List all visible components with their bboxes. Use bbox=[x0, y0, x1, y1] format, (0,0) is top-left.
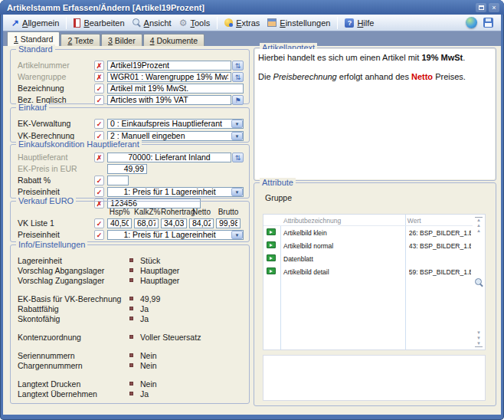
bezeichnung-label: Bezeichnung bbox=[18, 84, 94, 93]
globe-button[interactable] bbox=[466, 17, 477, 28]
hauptlieferant-input[interactable] bbox=[107, 153, 231, 162]
tab-bilder[interactable]: 3 Bilder bbox=[101, 34, 142, 46]
attribute-go-icon bbox=[267, 228, 276, 235]
chevron-down-icon[interactable]: ▼ bbox=[231, 188, 243, 196]
bullet-icon bbox=[129, 258, 133, 262]
col-kalkz: KalkZ% bbox=[134, 208, 159, 216]
attribute-detail-panel bbox=[263, 355, 486, 401]
chevron-down-icon[interactable]: ▼ bbox=[231, 120, 243, 128]
editable-check-icon[interactable]: ✓ bbox=[94, 176, 104, 185]
scroll-bottom-icon[interactable]: ▼ bbox=[475, 341, 483, 347]
ek-preis-input[interactable] bbox=[107, 164, 147, 174]
info-value: Ja bbox=[140, 304, 149, 313]
chevron-down-icon[interactable]: ▼ bbox=[231, 132, 243, 140]
warengruppe-lookup-button[interactable]: ⇅ bbox=[232, 72, 244, 82]
info-value: Nein bbox=[140, 351, 157, 360]
preiseinheit-label: Preiseinheit bbox=[18, 230, 94, 239]
editable-check-icon[interactable]: ✓ bbox=[94, 218, 104, 228]
hsp-input[interactable] bbox=[107, 218, 132, 228]
ek-verwaltung-select[interactable]: 0 : Einkaufspreis Hauptlieferant ▼ bbox=[107, 119, 244, 129]
scroll-up-icon[interactable]: ▲ bbox=[475, 223, 483, 228]
menu-ansicht[interactable]: Ansicht bbox=[129, 16, 175, 30]
bullet-icon bbox=[129, 317, 133, 320]
editable-check-icon[interactable]: ✓ bbox=[94, 187, 104, 197]
chevron-down-icon[interactable]: ▼ bbox=[231, 231, 243, 239]
table-row[interactable]: Artikelbild klein 26: BSP_BILDER_1.BMP bbox=[263, 226, 485, 239]
app-window: Artikelstamm Erfassen/Ändern [Artikel19P… bbox=[0, 0, 504, 420]
vk-liste-label: VK Liste 1 bbox=[18, 218, 94, 228]
editable-check-icon[interactable]: ✓ bbox=[94, 95, 104, 105]
menu-hilfe[interactable]: ? Hilfe bbox=[341, 16, 378, 30]
preiseinheit-select[interactable]: 1: Preis für 1 Lagereinheit ▼ bbox=[107, 187, 244, 197]
scroll-top-icon[interactable]: ▲ bbox=[475, 217, 483, 223]
bullet-icon bbox=[129, 307, 133, 310]
price-column-headers: Hsp% KalkZ% Rohertrag Netto Brutto bbox=[107, 208, 244, 216]
brutto-input[interactable] bbox=[216, 218, 241, 228]
restore-icon bbox=[479, 5, 484, 10]
scroll-down-icon[interactable]: ▼ bbox=[475, 330, 483, 336]
menu-separator bbox=[337, 17, 338, 29]
col-brutto: Brutto bbox=[216, 208, 241, 216]
menu-bearbeiten[interactable]: Bearbeiten bbox=[70, 16, 128, 30]
editable-check-icon[interactable]: ✓ bbox=[94, 230, 104, 240]
group-title: Einkauf bbox=[16, 103, 49, 113]
language-flag-button[interactable]: ⚑ bbox=[232, 95, 244, 105]
rabatt-input[interactable] bbox=[107, 176, 129, 185]
attribute-scroll-strip: ▲ ▲ ▲ ▼ ▼ ▼ bbox=[473, 215, 485, 349]
editable-check-icon[interactable]: ✓ bbox=[94, 84, 104, 94]
vk-preiseinheit-select[interactable]: 1: Preis für 1 Lagereinheit ▼ bbox=[107, 230, 244, 240]
info-value: Hauptlager bbox=[140, 266, 179, 275]
bullet-icon bbox=[129, 363, 133, 367]
tab-texte[interactable]: 2 Texte bbox=[61, 34, 100, 46]
mandatory-x-icon[interactable]: ✗ bbox=[94, 61, 104, 71]
warengruppe-input[interactable] bbox=[107, 72, 231, 82]
menu-separator bbox=[217, 17, 218, 29]
artikelnummer-label: Artikelnummer bbox=[18, 61, 94, 70]
rohertrag-input[interactable] bbox=[161, 218, 187, 228]
menu-einstellungen[interactable]: Einstellungen bbox=[263, 16, 334, 30]
info-label: Kontenzuordnung bbox=[18, 333, 129, 342]
attribute-go-icon bbox=[267, 241, 276, 248]
magnifier-icon[interactable] bbox=[475, 278, 483, 287]
bullet-icon bbox=[129, 392, 133, 395]
scroll-up-small-icon[interactable]: ▲ bbox=[475, 228, 483, 234]
rabatt-label: Rabatt % bbox=[18, 176, 94, 185]
group-einkauf: Einkauf EK-Verwaltung ✓ 0 : Einkaufsprei… bbox=[10, 107, 250, 143]
menu-tools[interactable]: ⚙ Tools bbox=[175, 16, 214, 30]
restore-button[interactable] bbox=[476, 3, 486, 12]
menu-allgemein[interactable]: ↗ Allgemein bbox=[8, 16, 63, 30]
netto-input[interactable] bbox=[189, 218, 214, 228]
group-standard: Standard Artikelnummer ✗ ⇅ Warengruppe ✗… bbox=[10, 49, 250, 104]
group-title: Einkaufskondition Hauptlieferant bbox=[16, 139, 142, 149]
menu-extras[interactable]: Extras bbox=[221, 16, 263, 30]
bezeichnung-input[interactable] bbox=[107, 84, 244, 94]
info-value: Stück bbox=[140, 256, 160, 265]
langtext-editor[interactable]: Hierbei handelt es sich um einen Artikel… bbox=[255, 49, 495, 179]
close-button[interactable]: × bbox=[489, 3, 499, 12]
mandatory-x-icon[interactable]: ✗ bbox=[94, 72, 104, 82]
hauptlieferant-lookup-button[interactable]: ⇅ bbox=[232, 153, 244, 162]
bez-englisch-input[interactable] bbox=[107, 95, 231, 105]
info-label: EK-Basis für VK-Berechnung bbox=[18, 294, 129, 304]
scroll-down-small-icon[interactable]: ▼ bbox=[475, 336, 483, 341]
table-row[interactable]: Artikelbild detail 59: BSP_BILDER_1.BMP bbox=[263, 265, 485, 278]
artikelnummer-input[interactable] bbox=[107, 61, 231, 71]
artikelnummer-lookup-button[interactable]: ⇅ bbox=[232, 61, 244, 71]
arrow-ne-icon: ↗ bbox=[11, 18, 19, 28]
save-button[interactable] bbox=[483, 18, 493, 28]
group-attribute: Attribute Gruppe Attributbezeichnung Wer… bbox=[254, 182, 496, 406]
langtext-line-2: Die Preisberechnung erfolgt anhand des N… bbox=[258, 72, 492, 81]
ek-verwaltung-label: EK-Verwaltung bbox=[18, 119, 94, 128]
attribute-go-icon bbox=[267, 254, 276, 261]
table-row[interactable]: Datenblatt bbox=[263, 252, 485, 265]
bullet-icon bbox=[129, 335, 133, 339]
kalkz-input[interactable] bbox=[134, 218, 159, 228]
editable-check-icon[interactable]: ✓ bbox=[94, 119, 104, 129]
edit-document-icon bbox=[74, 18, 80, 28]
tab-dokumente[interactable]: 4 Dokumente bbox=[143, 34, 205, 46]
info-label: Chargennummern bbox=[18, 361, 129, 370]
table-row[interactable]: Artikelbild normal 43: BSP_BILDER_1.BMP bbox=[263, 239, 485, 252]
mandatory-x-icon[interactable]: ✗ bbox=[94, 153, 104, 162]
col-hsp: Hsp% bbox=[107, 208, 132, 216]
menubar: ↗ Allgemein Bearbeiten Ansicht ⚙ Tools E… bbox=[3, 15, 501, 31]
